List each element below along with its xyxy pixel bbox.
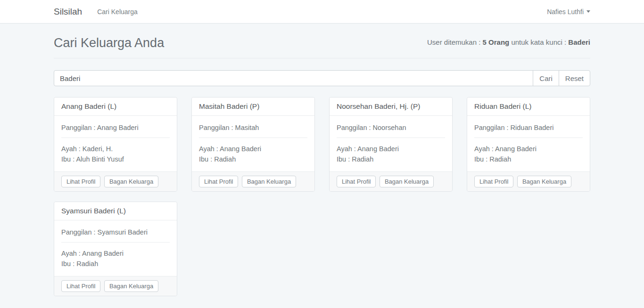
summary-middle: untuk kata kunci : xyxy=(509,38,568,46)
panggilan-text: Panggilan : Anang Baderi xyxy=(61,122,170,133)
card-footer: Lihat Profil Bagan Keluarga xyxy=(54,276,177,296)
card-footer: Lihat Profil Bagan Keluarga xyxy=(192,171,314,191)
ibu-text: Ibu : Radiah xyxy=(474,154,583,164)
ayah-text: Ayah : Anang Baderi xyxy=(474,144,583,154)
card-body: Panggilan : Masitah Ayah : Anang Baderi … xyxy=(192,116,314,171)
ibu-text: Ibu : Radiah xyxy=(337,154,445,164)
page-header: Cari Keluarga Anda User ditemukan : 5 Or… xyxy=(54,36,590,58)
panggilan-text: Panggilan : Syamsuri Baderi xyxy=(61,227,170,237)
divider xyxy=(61,138,170,138)
page-title: Cari Keluarga Anda xyxy=(54,36,164,50)
lihat-profil-button[interactable]: Lihat Profil xyxy=(61,280,100,292)
card-body: Panggilan : Syamsuri Baderi Ayah : Anang… xyxy=(54,220,177,276)
person-card: Masitah Baderi (P) Panggilan : Masitah A… xyxy=(191,97,315,192)
ayah-text: Ayah : Anang Baderi xyxy=(199,144,307,154)
brand-link[interactable]: Silsilah xyxy=(54,7,82,17)
ayah-text: Ayah : Anang Baderi xyxy=(337,144,445,154)
search-group: Cari Reset xyxy=(54,70,590,86)
divider xyxy=(474,138,583,138)
lihat-profil-button[interactable]: Lihat Profil xyxy=(337,176,376,187)
search-input[interactable] xyxy=(54,70,533,86)
card-body: Panggilan : Noorsehan Ayah : Anang Bader… xyxy=(330,116,452,171)
navbar: Silsilah Cari Keluarga Nafies Luthfi xyxy=(0,0,644,24)
person-card: Riduan Baderi (L) Panggilan : Riduan Bad… xyxy=(467,97,590,192)
ibu-text: Ibu : Radiah xyxy=(61,259,170,269)
cari-button[interactable]: Cari xyxy=(533,70,559,86)
summary-count: 5 Orang xyxy=(483,38,510,46)
card-footer: Lihat Profil Bagan Keluarga xyxy=(467,171,590,191)
card-body: Panggilan : Riduan Baderi Ayah : Anang B… xyxy=(467,116,590,171)
card-title: Noorsehan Baderi, Hj. (P) xyxy=(330,97,452,116)
lihat-profil-button[interactable]: Lihat Profil xyxy=(474,176,513,187)
panggilan-text: Panggilan : Noorsehan xyxy=(337,122,445,133)
divider xyxy=(199,138,307,138)
result-summary: User ditemukan : 5 Orang untuk kata kunc… xyxy=(427,38,590,46)
ayah-text: Ayah : Kaderi, H. xyxy=(61,144,170,154)
bagan-keluarga-button[interactable]: Bagan Keluarga xyxy=(517,176,571,187)
caret-down-icon xyxy=(586,10,590,13)
results-grid: Anang Baderi (L) Panggilan : Anang Bader… xyxy=(54,97,590,308)
person-card: Noorsehan Baderi, Hj. (P) Panggilan : No… xyxy=(329,97,453,192)
divider xyxy=(337,138,445,138)
card-title: Masitah Baderi (P) xyxy=(192,97,314,116)
panggilan-text: Panggilan : Masitah xyxy=(199,122,307,133)
summary-prefix: User ditemukan : xyxy=(427,38,483,46)
nav-item-cari-keluarga[interactable]: Cari Keluarga xyxy=(97,8,138,16)
card-title: Anang Baderi (L) xyxy=(54,97,177,116)
ibu-text: Ibu : Radiah xyxy=(199,154,307,164)
person-card: Anang Baderi (L) Panggilan : Anang Bader… xyxy=(54,97,177,192)
panggilan-text: Panggilan : Riduan Baderi xyxy=(474,122,583,133)
ibu-text: Ibu : Aluh Binti Yusuf xyxy=(61,154,170,164)
divider xyxy=(61,242,170,243)
summary-keyword: Baderi xyxy=(568,38,590,46)
card-title: Riduan Baderi (L) xyxy=(467,97,590,116)
card-footer: Lihat Profil Bagan Keluarga xyxy=(54,171,177,191)
person-card: Syamsuri Baderi (L) Panggilan : Syamsuri… xyxy=(54,202,177,296)
user-menu-label: Nafies Luthfi xyxy=(547,8,584,16)
main-content: Cari Keluarga Anda User ditemukan : 5 Or… xyxy=(54,36,590,308)
lihat-profil-button[interactable]: Lihat Profil xyxy=(61,176,100,187)
bagan-keluarga-button[interactable]: Bagan Keluarga xyxy=(380,176,434,187)
bagan-keluarga-button[interactable]: Bagan Keluarga xyxy=(242,176,296,187)
user-menu-toggle[interactable]: Nafies Luthfi xyxy=(547,8,590,16)
card-title: Syamsuri Baderi (L) xyxy=(54,202,177,220)
card-body: Panggilan : Anang Baderi Ayah : Kaderi, … xyxy=(54,116,177,171)
reset-button[interactable]: Reset xyxy=(559,70,590,86)
lihat-profil-button[interactable]: Lihat Profil xyxy=(199,176,238,187)
card-footer: Lihat Profil Bagan Keluarga xyxy=(330,171,452,191)
bagan-keluarga-button[interactable]: Bagan Keluarga xyxy=(104,280,158,292)
ayah-text: Ayah : Anang Baderi xyxy=(61,248,170,259)
bagan-keluarga-button[interactable]: Bagan Keluarga xyxy=(104,176,158,187)
